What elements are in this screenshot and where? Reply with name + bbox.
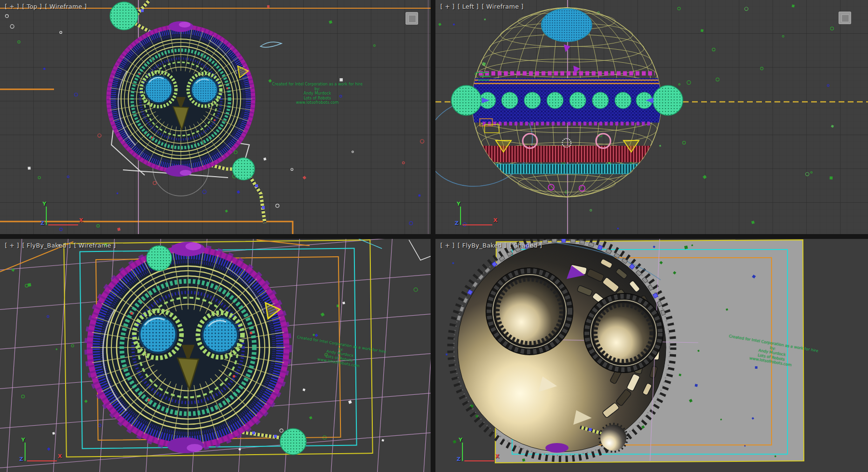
maroon-striped-band (482, 146, 651, 162)
axis-y-label: Y (457, 201, 461, 207)
viewport-shading-menu[interactable]: [ Wireframe ] (482, 3, 524, 10)
green-dotted-sphere[interactable] (653, 85, 683, 115)
viewport-pov-menu[interactable]: [ + ] (5, 3, 19, 10)
viewcube-placeholder-icon[interactable] (406, 12, 418, 25)
viewcube-placeholder-icon[interactable] (839, 12, 851, 24)
axis-y-label: Y (21, 437, 25, 443)
green-dotted-sphere[interactable] (110, 2, 138, 30)
small-shaded-ball[interactable] (600, 425, 626, 451)
viewport-pov-menu[interactable]: [ + ] (5, 242, 19, 249)
viewport-view-menu[interactable]: [ Left ] (458, 3, 479, 10)
viewport-pov-menu[interactable]: [ + ] (440, 3, 455, 10)
watermark-text: Created for Intel Corporation as a work … (269, 82, 366, 105)
viewport-left[interactable]: [ + ] [ Left ] [ Wireframe ] Y Z X (435, 0, 868, 234)
viewport-flyby-shaded[interactable]: [ + ] [ FlyBy_Baked ] [ Shaded ] Created… (435, 239, 868, 472)
axis-y-label: Y (42, 201, 46, 207)
green-dotted-sphere[interactable] (147, 246, 172, 271)
viewport-label-flyby-wireframe: [ + ] [ FlyBy_Baked ] [ Wireframe ] (5, 242, 117, 249)
shaded-right-eye (584, 293, 663, 373)
viewport-top[interactable]: [ + ] [ Top ] [ Wireframe ] Created for … (0, 0, 431, 234)
viewport-view-menu[interactable]: [ FlyBy_Baked ] (458, 242, 506, 249)
green-dotted-sphere[interactable] (232, 158, 255, 180)
viewport-flyby-wireframe[interactable]: [ + ] [ FlyBy_Baked ] [ Wireframe ] Crea… (0, 239, 431, 472)
max-quad-viewport-workspace: { "colors": { "viewport_background": "#3… (0, 0, 868, 472)
viewport-pov-menu[interactable]: [ + ] (440, 242, 455, 249)
green-dotted-sphere[interactable] (451, 85, 481, 115)
axis-z-label: Z (457, 456, 461, 462)
axis-x-label: X (79, 217, 83, 223)
viewport-shading-menu[interactable]: [ Shaded ] (509, 242, 542, 249)
axis-z-label: Z (455, 220, 459, 226)
viewport-label-flyby-shaded: [ + ] [ FlyBy_Baked ] [ Shaded ] (440, 242, 543, 249)
cyan-striped-band (493, 164, 640, 174)
viewport-view-menu[interactable]: [ FlyBy_Baked ] (22, 242, 71, 249)
axis-tripod: Y Z X (439, 203, 507, 230)
shaded-left-eye (486, 268, 573, 355)
axis-x-label: X (493, 217, 497, 223)
teal-dome-cap (542, 9, 592, 42)
axis-x-label: X (495, 453, 499, 459)
axis-z-label: Z (19, 456, 23, 462)
green-dotted-sphere[interactable] (280, 429, 306, 455)
axis-tripod: Y Z X (25, 203, 93, 230)
viewport-shading-menu[interactable]: [ Wireframe ] (74, 242, 116, 249)
axis-tripod: Y Z X (441, 439, 509, 466)
axis-x-label: X (58, 453, 62, 459)
viewport-label-left: [ + ] [ Left ] [ Wireframe ] (440, 3, 525, 10)
viewport-canvas-left[interactable] (435, 0, 868, 234)
axis-z-label: Z (41, 220, 44, 226)
viewport-shading-menu[interactable]: [ Wireframe ] (45, 3, 87, 10)
viewport-view-menu[interactable]: [ Top ] (22, 3, 42, 10)
axis-tripod: Y Z X (4, 439, 71, 466)
viewport-canvas-top[interactable] (0, 0, 431, 234)
viewport-label-top: [ + ] [ Top ] [ Wireframe ] (5, 3, 88, 10)
blue-machinery-band (472, 78, 661, 123)
axis-y-label: Y (459, 437, 462, 443)
